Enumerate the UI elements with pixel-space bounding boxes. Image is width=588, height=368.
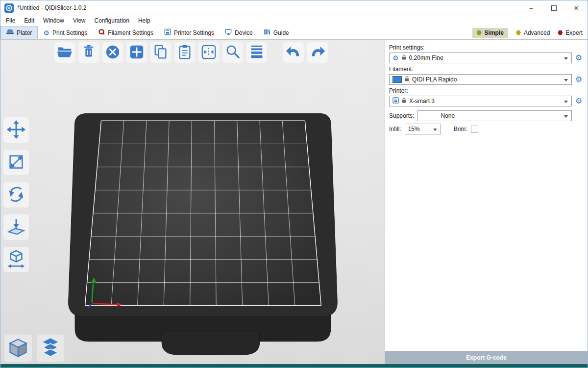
export-gcode-button[interactable]: Export G-code [385,351,588,364]
menu-help[interactable]: Help [134,17,155,24]
copy-icon [152,44,169,62]
paste-button[interactable] [174,42,195,63]
device-icon [225,28,232,37]
variable-layer-height-button[interactable] [246,42,267,63]
undo-button[interactable] [283,42,304,63]
paste-icon [176,44,193,62]
window-controls: – ✕ [520,0,588,15]
supports-select[interactable]: None [417,110,572,121]
copy-button[interactable] [150,42,171,63]
menu-window[interactable]: Window [39,17,69,24]
gear-icon: ⚙ [392,54,399,61]
arrange-grid-icon [128,44,145,62]
mode-label: Simple [485,29,504,36]
maximize-button[interactable] [542,0,565,15]
tab-label: Guide [273,29,289,36]
infill-value: 15% [408,126,420,132]
filament-gear-button[interactable]: ⚙ [574,76,584,83]
lock-icon [405,76,409,83]
simple-mode-dot-icon [477,30,482,35]
delete-all-button[interactable] [102,42,123,63]
tab-device[interactable]: Device [220,26,258,39]
filament-label: Filament: [389,66,584,73]
tab-print-settings[interactable]: ⚙ Print Settings [38,26,93,39]
left-toolbar [3,117,29,272]
split-button[interactable] [198,42,219,63]
delete-button[interactable] [78,42,99,63]
viewport-3d[interactable] [0,40,385,364]
place-on-face-icon [6,216,26,238]
advanced-mode-dot-icon [516,30,521,35]
app-window: *Untitled - QIDISlicer-1.0.2 – ✕ File Ed… [0,0,588,368]
open-file-button[interactable] [54,42,75,63]
arrange-button[interactable] [126,42,147,63]
infill-select[interactable]: 15% [405,124,441,134]
gear-icon: ⚙ [43,29,49,36]
menu-edit[interactable]: Edit [20,17,39,24]
filament-value: QIDI PLA Rapido [412,76,457,83]
printer-select[interactable]: X-smart 3 [389,96,572,106]
printer-icon [392,97,399,105]
mode-expert[interactable]: Expert [558,29,583,36]
plater-icon [6,29,14,36]
menubar: File Edit Window View Configuration Help [0,15,588,26]
layers-view-button[interactable] [37,335,64,362]
guide-icon [264,28,270,37]
trash-icon [80,44,97,62]
menu-file[interactable]: File [1,17,20,24]
split-icon [200,44,217,62]
tabbar: Plater ⚙ Print Settings Filament Setting… [0,26,588,40]
window-title: *Untitled - QIDISlicer-1.0.2 [17,4,86,11]
height-range-icon [6,249,26,271]
brim-checkbox[interactable] [471,126,478,133]
mode-label: Expert [565,29,583,36]
print-settings-gear-button[interactable]: ⚙ [574,54,584,62]
filament-select[interactable]: QIDI PLA Rapido [389,74,572,85]
layers-bars-icon [248,44,265,62]
search-icon [224,44,241,62]
titlebar: *Untitled - QIDISlicer-1.0.2 – ✕ [0,0,588,15]
bottom-strip [0,364,588,368]
menu-configuration[interactable]: Configuration [90,17,134,24]
print-settings-select[interactable]: ⚙ 0.20mm Fine [389,53,572,63]
tab-printer-settings[interactable]: Printer Settings [159,26,220,39]
filament-color-swatch [392,76,402,83]
main-area: Print settings: ⚙ 0.20mm Fine ⚙ Filament… [0,40,588,364]
app-logo-icon [4,3,14,13]
undo-arrow-icon [285,44,302,62]
lock-icon [402,54,406,62]
maximize-icon [551,5,557,11]
lock-icon [402,98,406,105]
top-toolbar [54,42,328,63]
tab-guide[interactable]: Guide [258,26,294,39]
search-button[interactable] [222,42,243,63]
folder-open-icon [56,44,73,62]
mode-advanced[interactable]: Advanced [516,29,550,36]
redo-button[interactable] [307,42,328,63]
move-button[interactable] [3,117,29,143]
scale-icon [6,152,26,174]
place-on-face-button[interactable] [3,214,29,240]
mode-switcher: Simple Advanced Expert [472,26,588,39]
printer-gear-button[interactable]: ⚙ [574,97,584,105]
tab-label: Device [235,29,253,36]
cube-icon [7,337,29,360]
infill-label: Infill: [389,126,401,132]
tab-filament-settings[interactable]: Filament Settings [93,26,159,39]
tab-label: Print Settings [52,29,87,36]
close-button[interactable]: ✕ [565,0,588,15]
rotate-button[interactable] [3,182,29,208]
height-range-button[interactable] [3,247,29,272]
minimize-button[interactable]: – [520,0,542,15]
move-icon [6,119,26,141]
printer-value: X-smart 3 [409,98,435,105]
menu-view[interactable]: View [69,17,90,24]
print-settings-label: Print settings: [389,44,584,51]
mode-simple[interactable]: Simple [472,28,508,38]
tab-plater[interactable]: Plater [0,26,38,39]
circle-x-icon [104,44,121,62]
solid-view-button[interactable] [4,335,32,362]
scale-button[interactable] [3,150,29,175]
tab-label: Filament Settings [108,29,153,36]
mode-label: Advanced [524,29,550,36]
